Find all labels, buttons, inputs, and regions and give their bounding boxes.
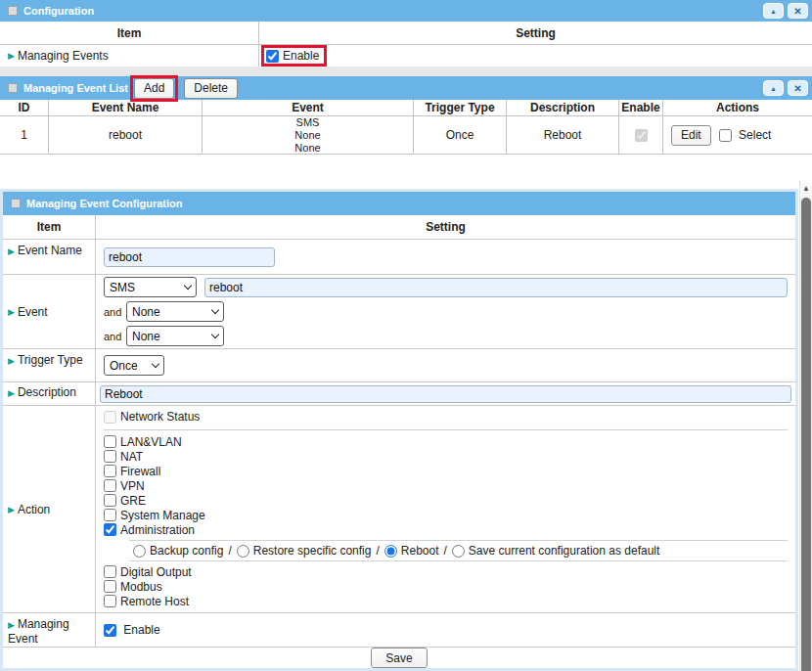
row-arrow-icon: ▶ (8, 305, 15, 319)
save-row: Save (3, 648, 795, 668)
row-arrow-icon: ▶ (8, 246, 15, 256)
delete-button[interactable]: Delete (184, 78, 238, 99)
trigger-type-label: Trigger Type (18, 353, 83, 367)
description-row: ▶Description (3, 382, 795, 406)
event-row: ▶Event SMS and None and (3, 275, 795, 349)
action-label: Action (18, 503, 50, 516)
configuration-title: Configuration (23, 5, 94, 17)
trigger-type-select[interactable]: Once (104, 355, 164, 376)
save-button[interactable]: Save (371, 648, 427, 668)
administration-options: Backup config / Restore specific config … (129, 540, 788, 561)
remote-host-checkbox[interactable] (104, 595, 116, 607)
nat-checkbox[interactable] (104, 450, 116, 463)
configuration-header: Configuration ▲ ✕ (0, 0, 812, 22)
action-row: ▶Action Network Status LAN&VLAN NAT Fire… (3, 406, 795, 613)
actions-column-header: Actions (663, 100, 812, 115)
managing-event-configuration-dialog: Managing Event Configuration Item Settin… (0, 189, 798, 671)
event-and2-select[interactable]: None (126, 326, 224, 346)
row-arrow-icon: ▶ (8, 620, 15, 630)
setting-column-header: Setting (259, 22, 812, 44)
scrollbar-thumb[interactable] (801, 198, 811, 671)
row-event-conditions: SMS None None (294, 116, 320, 155)
network-status-label: Network Status (120, 410, 200, 424)
managing-events-row: ▶ Managing Events Enable (0, 45, 812, 67)
row-event-name: reboot (49, 116, 203, 154)
row-arrow-icon: ▶ (8, 388, 15, 398)
enable-column-header: Enable (619, 100, 663, 115)
event-name-column-header: Event Name (49, 100, 203, 115)
modbus-checkbox[interactable] (104, 580, 116, 593)
annotation-highlight-enable: Enable (261, 45, 327, 67)
edit-button[interactable]: Edit (671, 125, 711, 146)
lan-vlan-checkbox[interactable] (104, 435, 116, 448)
enable-label: Enable (123, 623, 159, 637)
reboot-radio[interactable] (384, 545, 397, 558)
managing-event-enable-checkbox[interactable] (104, 624, 116, 637)
event-type-select[interactable]: SMS (104, 277, 197, 297)
dialog-title: Managing Event Configuration (26, 198, 183, 209)
id-column-header: ID (0, 100, 49, 115)
save-current-config-radio[interactable] (452, 545, 465, 558)
panel-square-icon (11, 199, 21, 208)
annotation-highlight-add: Add (130, 75, 178, 102)
managing-events-label: Managing Events (18, 49, 109, 63)
event-name-row: ▶Event Name (3, 240, 795, 275)
managing-event-row: ▶Managing Event Enable (3, 613, 795, 648)
system-manage-checkbox[interactable] (104, 509, 116, 521)
configuration-panel: Configuration ▲ ✕ Item Setting ▶ Managin… (0, 0, 812, 67)
section-divider (0, 67, 812, 76)
row-arrow-icon: ▶ (8, 51, 15, 61)
description-label: Description (18, 385, 76, 399)
row-select-checkbox[interactable] (719, 129, 732, 142)
description-column-header: Description (507, 100, 619, 115)
row-arrow-icon: ▶ (8, 503, 15, 516)
managing-event-label: Managing Event (8, 617, 69, 646)
item-column-header: Item (3, 215, 96, 239)
gre-checkbox[interactable] (104, 494, 116, 507)
vpn-checkbox[interactable] (104, 479, 116, 492)
configuration-table-header: Item Setting (0, 22, 812, 45)
form-table-header: Item Setting (3, 215, 795, 240)
event-label: Event (18, 305, 48, 319)
administration-checkbox[interactable] (104, 523, 116, 536)
close-button[interactable]: ✕ (788, 80, 808, 96)
row-enable-checkbox (635, 129, 648, 142)
event-list-table-header: ID Event Name Event Trigger Type Descrip… (0, 100, 812, 116)
restore-specific-config-radio[interactable] (237, 545, 249, 558)
event-name-input[interactable] (104, 247, 275, 267)
and-label: and (104, 331, 123, 342)
event-name-label: Event Name (18, 244, 82, 257)
row-trigger-type: Once (414, 116, 507, 154)
row-arrow-icon: ▶ (8, 356, 15, 366)
trigger-type-column-header: Trigger Type (414, 100, 507, 115)
event-column-header: Event (203, 100, 414, 115)
item-column-header: Item (0, 22, 259, 44)
network-status-checkbox (104, 411, 116, 424)
managing-event-list-title: Managing Event List (23, 82, 128, 94)
panel-square-icon (8, 83, 18, 93)
managing-event-list-header: Managing Event List Add Delete ▲ ✕ (0, 76, 812, 100)
close-button[interactable]: ✕ (788, 3, 808, 19)
add-button[interactable]: Add (134, 78, 174, 99)
select-label: Select (739, 128, 771, 142)
setting-column-header: Setting (96, 215, 795, 239)
collapse-button[interactable]: ▲ (763, 80, 784, 96)
managing-events-enable-checkbox[interactable] (266, 50, 279, 63)
description-input[interactable] (100, 385, 791, 403)
collapse-button[interactable]: ▲ (763, 3, 784, 19)
row-id: 1 (0, 116, 49, 154)
event-and1-select[interactable]: None (126, 301, 224, 322)
event-list-row: 1 reboot SMS None None Once Reboot Edit … (0, 116, 812, 155)
and-label: and (104, 306, 123, 318)
event-value-input[interactable] (204, 278, 788, 297)
vertical-scrollbar[interactable]: ▲ (799, 181, 812, 671)
dialog-header: Managing Event Configuration (3, 192, 795, 215)
enable-label: Enable (283, 49, 319, 63)
row-description: Reboot (507, 116, 619, 154)
digital-output-checkbox[interactable] (104, 565, 116, 578)
trigger-type-row: ▶Trigger Type Once (3, 349, 795, 382)
scroll-up-button[interactable]: ▲ (800, 181, 812, 196)
firewall-checkbox[interactable] (104, 465, 116, 477)
page: Configuration ▲ ✕ Item Setting ▶ Managin… (0, 0, 812, 671)
backup-config-radio[interactable] (133, 545, 146, 558)
